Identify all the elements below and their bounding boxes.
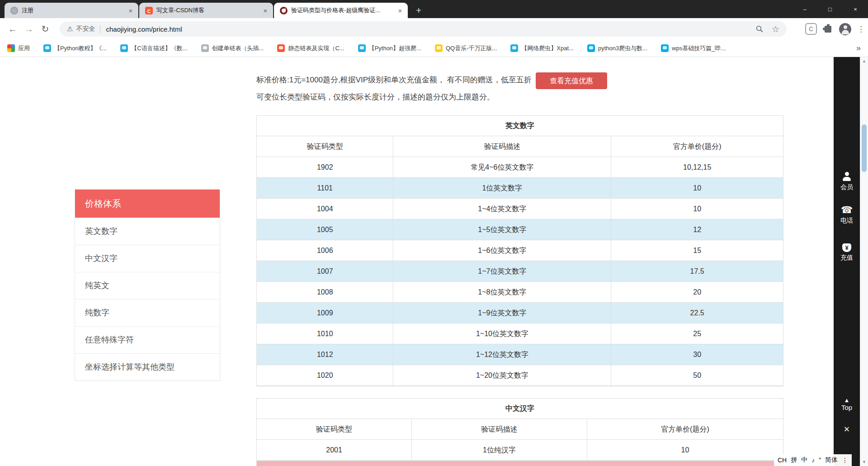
- cell-type: 1005: [257, 219, 393, 240]
- member-widget[interactable]: 会员: [834, 171, 860, 191]
- table-row: 1020 1~20位英文数字 50: [257, 365, 783, 386]
- tab-close-icon[interactable]: ×: [261, 7, 269, 14]
- reload-button[interactable]: ↻: [37, 21, 53, 37]
- bookmark-label: QQ音乐-千万正版...: [446, 44, 497, 52]
- minimize-button[interactable]: –: [792, 0, 817, 18]
- table-row: 1009 1~9位英文数字 22.5: [257, 303, 783, 323]
- table-row: 1902 常见4~6位英文数字 10,12,15: [257, 157, 783, 178]
- ime-token[interactable]: 中: [801, 456, 807, 464]
- bookmark-item[interactable]: 【网络爬虫】Xpat...: [510, 44, 574, 52]
- header-captcha-type: 验证码类型: [257, 136, 393, 157]
- bookmark-item[interactable]: 【Python】超强爬...: [358, 44, 421, 52]
- bookmark-favicon-icon: [510, 44, 518, 52]
- security-chip[interactable]: ⚠ 不安全: [67, 25, 100, 33]
- view-recharge-offer-button[interactable]: 查看充值优惠: [536, 72, 607, 89]
- phone-widget[interactable]: ☎ 电话: [834, 205, 860, 225]
- tab-strip: 注册 × 写文章-CSDN博客 × 验证码类型与价格表-超级鹰验证... × +…: [0, 0, 868, 18]
- cell-price: 12: [611, 219, 783, 240]
- ime-token[interactable]: 拼: [791, 456, 797, 464]
- table-row: 1004 1~4位英文数字 10: [257, 199, 783, 219]
- close-button[interactable]: ×: [843, 0, 868, 18]
- address-bar[interactable]: ⚠ 不安全 chaojiying.com/price.html ☆: [60, 21, 787, 37]
- extensions-puzzle-icon[interactable]: [825, 26, 831, 33]
- bookmark-item[interactable]: 创建单链表（头插...: [201, 44, 264, 52]
- tab-register[interactable]: 注册 ×: [5, 3, 138, 18]
- profile-avatar[interactable]: [839, 23, 851, 35]
- table-row: 1010 1~10位英文数字 25: [257, 323, 783, 344]
- back-button[interactable]: ←: [5, 21, 21, 37]
- table-title: 英文数字: [257, 116, 783, 136]
- tab-close-icon[interactable]: ×: [396, 7, 404, 14]
- tab-title: 注册: [22, 6, 123, 14]
- apps-shortcut[interactable]: 应用: [7, 44, 30, 52]
- omnibox-actions: ☆: [755, 25, 779, 33]
- new-tab-button[interactable]: +: [416, 6, 421, 15]
- tab-csdn-editor[interactable]: 写文章-CSDN博客 ×: [139, 3, 273, 18]
- intro-line-1: 标准价格:1元=1000题分,根据VIP级别和单次充值金额， 有不同的赠送，低至…: [256, 71, 546, 89]
- bookmark-favicon-icon: [358, 44, 366, 52]
- member-person-icon: [842, 171, 852, 181]
- price-menu-items: 英文数字 中文汉字 纯英文 纯数字 任意特殊字符 坐标选择计算等其他类型: [75, 218, 220, 380]
- back-to-top-button[interactable]: ▲ Top: [834, 397, 860, 411]
- bookmark-item[interactable]: QQ音乐-千万正版...: [435, 44, 497, 52]
- ime-token[interactable]: CH: [778, 456, 787, 464]
- side-toolbar: 会员 ☎ 电话 充值 ▲ Top ×: [834, 57, 860, 466]
- cell-price: 30: [611, 344, 783, 365]
- bookmark-item[interactable]: 静态链表及实现（C...: [277, 44, 344, 52]
- scrollbar-thumb[interactable]: [862, 124, 867, 172]
- csdn-favicon-icon: [145, 7, 153, 14]
- bookmarks-overflow-chevron[interactable]: »: [856, 43, 861, 53]
- price-menu-item[interactable]: 英文数字: [75, 218, 220, 245]
- scrollbar-up-arrow[interactable]: ▲: [860, 59, 868, 63]
- bookmark-label: wps基础技巧篇_哔...: [672, 44, 726, 52]
- bookmark-item[interactable]: 【C语言描述】《数...: [120, 44, 187, 52]
- table-body: 2001 1位纯汉字 10: [257, 440, 783, 461]
- ime-token[interactable]: ⋮: [842, 456, 848, 464]
- maximize-button[interactable]: □: [817, 0, 843, 18]
- tab-chaojiying-price[interactable]: 验证码类型与价格表-超级鹰验证... ×: [274, 3, 408, 18]
- cell-type: 1010: [257, 323, 393, 344]
- bookmark-item[interactable]: python3爬虫与数...: [587, 44, 647, 52]
- price-menu-item[interactable]: 中文汉字: [75, 245, 220, 272]
- cell-price: 15: [611, 240, 783, 261]
- price-menu-header[interactable]: 价格体系: [75, 190, 220, 218]
- bookmark-favicon-icon: [435, 44, 443, 52]
- zoom-icon[interactable]: [755, 25, 764, 33]
- page-content: 标准价格:1元=1000题分,根据VIP级别和单次充值金额， 有不同的赠送，低至…: [0, 57, 868, 466]
- cell-price: 10: [611, 199, 783, 219]
- cell-type: 1007: [257, 261, 393, 281]
- table-body: 1902 常见4~6位英文数字 10,12,15 1101 1位英文数字 10 …: [257, 157, 783, 386]
- scrollbar-down-arrow[interactable]: ▼: [860, 460, 868, 464]
- cell-type: 2001: [257, 440, 411, 460]
- bookmark-label: 【C语言描述】《数...: [131, 44, 187, 52]
- bookmark-favicon-icon: [277, 44, 285, 52]
- price-menu-item[interactable]: 纯数字: [75, 299, 220, 326]
- recharge-label: 充值: [834, 254, 860, 262]
- ime-token[interactable]: 简体: [825, 456, 838, 464]
- price-table-chinese-characters: 中文汉字 验证码类型 验证码描述 官方单价(题分) 2001 1位纯汉字 10: [256, 398, 783, 466]
- bookmark-star-icon[interactable]: ☆: [772, 25, 779, 33]
- ime-token[interactable]: ♪: [811, 456, 815, 464]
- top-label: Top: [834, 404, 860, 411]
- forward-button[interactable]: →: [21, 21, 37, 37]
- price-menu-item[interactable]: 纯英文: [75, 272, 220, 299]
- bookmark-item[interactable]: wps基础技巧篇_哔...: [661, 44, 726, 52]
- recharge-widget[interactable]: 充值: [834, 243, 860, 262]
- table-title: 中文汉字: [257, 399, 783, 419]
- bookmark-item[interactable]: 【Python教程】《...: [43, 44, 107, 52]
- tab-close-icon[interactable]: ×: [127, 7, 135, 14]
- table-row: 1101 1位英文数字 10: [257, 178, 783, 199]
- tab-title: 验证码类型与价格表-超级鹰验证...: [291, 6, 392, 14]
- price-menu-item[interactable]: 任意特殊字符: [75, 326, 220, 353]
- browser-menu-button[interactable]: ⋮: [857, 24, 864, 34]
- close-sidebar-button[interactable]: ×: [834, 424, 860, 434]
- url-text: chaojiying.com/price.html: [106, 25, 182, 33]
- ime-token[interactable]: ”: [819, 456, 821, 464]
- scrollbar-track[interactable]: ▲ ▼: [860, 57, 868, 466]
- ime-toolbar[interactable]: CH 拼 中 ♪ ” 简体 ⋮: [774, 454, 852, 466]
- extension-icon[interactable]: C: [805, 23, 817, 35]
- bookmark-label: 【Python】超强爬...: [369, 44, 421, 52]
- cell-type: 1006: [257, 240, 393, 261]
- bookmark-favicon-icon: [120, 44, 128, 52]
- price-menu-item[interactable]: 坐标选择计算等其他类型: [75, 353, 220, 380]
